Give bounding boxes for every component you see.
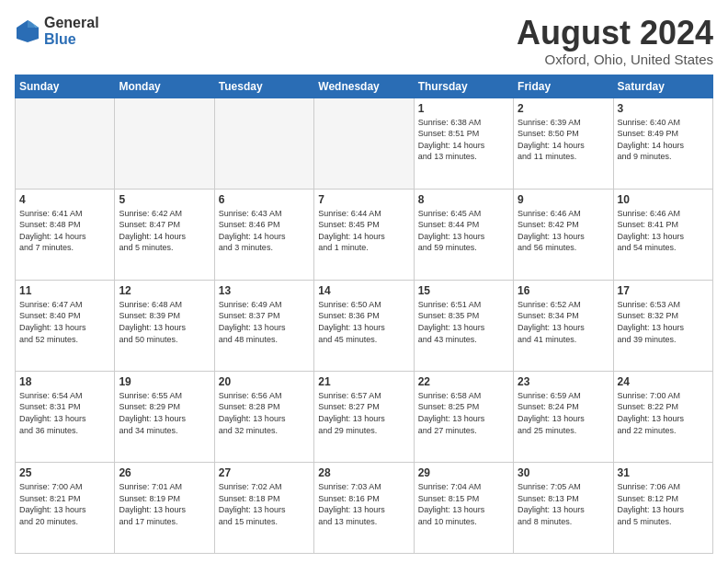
table-row: 10Sunrise: 6:46 AM Sunset: 8:41 PM Dayli… xyxy=(613,189,712,280)
day-number: 9 xyxy=(518,193,609,206)
table-row: 9Sunrise: 6:46 AM Sunset: 8:42 PM Daylig… xyxy=(514,189,613,280)
page: General Blue August 2024 Oxford, Ohio, U… xyxy=(0,0,728,563)
day-info: Sunrise: 6:51 AM Sunset: 8:35 PM Dayligh… xyxy=(418,299,509,345)
day-info: Sunrise: 6:46 AM Sunset: 8:41 PM Dayligh… xyxy=(618,208,709,254)
svg-marker-2 xyxy=(28,20,35,28)
calendar-week-row: 25Sunrise: 7:00 AM Sunset: 8:21 PM Dayli… xyxy=(16,462,713,553)
col-tuesday: Tuesday xyxy=(214,75,313,98)
table-row: 17Sunrise: 6:53 AM Sunset: 8:32 PM Dayli… xyxy=(613,280,712,371)
day-number: 13 xyxy=(219,284,310,297)
day-info: Sunrise: 6:57 AM Sunset: 8:27 PM Dayligh… xyxy=(318,390,409,436)
table-row: 19Sunrise: 6:55 AM Sunset: 8:29 PM Dayli… xyxy=(115,371,214,462)
day-info: Sunrise: 7:00 AM Sunset: 8:21 PM Dayligh… xyxy=(19,481,110,527)
logo-text: General Blue xyxy=(44,15,99,47)
day-info: Sunrise: 7:04 AM Sunset: 8:15 PM Dayligh… xyxy=(418,481,509,527)
table-row: 15Sunrise: 6:51 AM Sunset: 8:35 PM Dayli… xyxy=(414,280,513,371)
day-info: Sunrise: 6:54 AM Sunset: 8:31 PM Dayligh… xyxy=(19,390,110,436)
day-number: 28 xyxy=(318,466,409,479)
table-row: 1Sunrise: 6:38 AM Sunset: 8:51 PM Daylig… xyxy=(414,98,513,189)
day-number: 1 xyxy=(418,102,509,115)
table-row: 26Sunrise: 7:01 AM Sunset: 8:19 PM Dayli… xyxy=(115,462,214,553)
day-info: Sunrise: 7:01 AM Sunset: 8:19 PM Dayligh… xyxy=(119,481,210,527)
day-info: Sunrise: 6:56 AM Sunset: 8:28 PM Dayligh… xyxy=(219,390,310,436)
day-number: 8 xyxy=(418,193,509,206)
calendar-header-row: Sunday Monday Tuesday Wednesday Thursday… xyxy=(16,75,713,98)
day-number: 18 xyxy=(19,375,110,388)
table-row: 23Sunrise: 6:59 AM Sunset: 8:24 PM Dayli… xyxy=(514,371,613,462)
table-row: 27Sunrise: 7:02 AM Sunset: 8:18 PM Dayli… xyxy=(214,462,313,553)
header: General Blue August 2024 Oxford, Ohio, U… xyxy=(15,15,713,67)
day-info: Sunrise: 6:43 AM Sunset: 8:46 PM Dayligh… xyxy=(219,208,310,254)
day-number: 3 xyxy=(618,102,709,115)
table-row: 2Sunrise: 6:39 AM Sunset: 8:50 PM Daylig… xyxy=(514,98,613,189)
col-saturday: Saturday xyxy=(613,75,712,98)
calendar-table: Sunday Monday Tuesday Wednesday Thursday… xyxy=(15,75,713,554)
day-info: Sunrise: 7:02 AM Sunset: 8:18 PM Dayligh… xyxy=(219,481,310,527)
day-number: 27 xyxy=(219,466,310,479)
day-number: 11 xyxy=(19,284,110,297)
table-row: 5Sunrise: 6:42 AM Sunset: 8:47 PM Daylig… xyxy=(115,189,214,280)
table-row: 30Sunrise: 7:05 AM Sunset: 8:13 PM Dayli… xyxy=(514,462,613,553)
day-info: Sunrise: 6:38 AM Sunset: 8:51 PM Dayligh… xyxy=(418,117,509,163)
day-number: 21 xyxy=(318,375,409,388)
day-number: 31 xyxy=(618,466,709,479)
logo-icon xyxy=(15,18,40,44)
table-row: 12Sunrise: 6:48 AM Sunset: 8:39 PM Dayli… xyxy=(115,280,214,371)
table-row: 4Sunrise: 6:41 AM Sunset: 8:48 PM Daylig… xyxy=(16,189,115,280)
day-info: Sunrise: 6:48 AM Sunset: 8:39 PM Dayligh… xyxy=(119,299,210,345)
col-monday: Monday xyxy=(115,75,214,98)
calendar-week-row: 4Sunrise: 6:41 AM Sunset: 8:48 PM Daylig… xyxy=(16,189,713,280)
table-row: 16Sunrise: 6:52 AM Sunset: 8:34 PM Dayli… xyxy=(514,280,613,371)
day-info: Sunrise: 6:41 AM Sunset: 8:48 PM Dayligh… xyxy=(19,208,110,254)
day-number: 16 xyxy=(518,284,609,297)
col-sunday: Sunday xyxy=(16,75,115,98)
logo-blue: Blue xyxy=(44,31,99,48)
day-number: 5 xyxy=(119,193,210,206)
calendar-week-row: 11Sunrise: 6:47 AM Sunset: 8:40 PM Dayli… xyxy=(16,280,713,371)
day-info: Sunrise: 6:45 AM Sunset: 8:44 PM Dayligh… xyxy=(418,208,509,254)
table-row: 24Sunrise: 7:00 AM Sunset: 8:22 PM Dayli… xyxy=(613,371,712,462)
table-row: 31Sunrise: 7:06 AM Sunset: 8:12 PM Dayli… xyxy=(613,462,712,553)
day-info: Sunrise: 6:53 AM Sunset: 8:32 PM Dayligh… xyxy=(618,299,709,345)
day-number: 23 xyxy=(518,375,609,388)
table-row: 11Sunrise: 6:47 AM Sunset: 8:40 PM Dayli… xyxy=(16,280,115,371)
day-number: 19 xyxy=(119,375,210,388)
table-row: 6Sunrise: 6:43 AM Sunset: 8:46 PM Daylig… xyxy=(214,189,313,280)
day-number: 17 xyxy=(618,284,709,297)
title-location: Oxford, Ohio, United States xyxy=(517,52,713,67)
table-row: 28Sunrise: 7:03 AM Sunset: 8:16 PM Dayli… xyxy=(314,462,414,553)
day-info: Sunrise: 6:59 AM Sunset: 8:24 PM Dayligh… xyxy=(518,390,609,436)
table-row: 21Sunrise: 6:57 AM Sunset: 8:27 PM Dayli… xyxy=(314,371,414,462)
day-info: Sunrise: 6:52 AM Sunset: 8:34 PM Dayligh… xyxy=(518,299,609,345)
table-row: 14Sunrise: 6:50 AM Sunset: 8:36 PM Dayli… xyxy=(314,280,414,371)
day-number: 14 xyxy=(318,284,409,297)
calendar-week-row: 1Sunrise: 6:38 AM Sunset: 8:51 PM Daylig… xyxy=(16,98,713,189)
day-info: Sunrise: 7:05 AM Sunset: 8:13 PM Dayligh… xyxy=(518,481,609,527)
day-info: Sunrise: 7:03 AM Sunset: 8:16 PM Dayligh… xyxy=(318,481,409,527)
day-number: 12 xyxy=(119,284,210,297)
col-friday: Friday xyxy=(514,75,613,98)
table-row xyxy=(314,98,414,189)
day-number: 7 xyxy=(318,193,409,206)
day-info: Sunrise: 6:50 AM Sunset: 8:36 PM Dayligh… xyxy=(318,299,409,345)
day-number: 22 xyxy=(418,375,509,388)
table-row: 20Sunrise: 6:56 AM Sunset: 8:28 PM Dayli… xyxy=(214,371,313,462)
day-info: Sunrise: 6:40 AM Sunset: 8:49 PM Dayligh… xyxy=(618,117,709,163)
day-info: Sunrise: 6:58 AM Sunset: 8:25 PM Dayligh… xyxy=(418,390,509,436)
table-row: 7Sunrise: 6:44 AM Sunset: 8:45 PM Daylig… xyxy=(314,189,414,280)
title-block: August 2024 Oxford, Ohio, United States xyxy=(517,15,713,67)
day-number: 4 xyxy=(19,193,110,206)
table-row: 13Sunrise: 6:49 AM Sunset: 8:37 PM Dayli… xyxy=(214,280,313,371)
table-row: 3Sunrise: 6:40 AM Sunset: 8:49 PM Daylig… xyxy=(613,98,712,189)
day-info: Sunrise: 6:44 AM Sunset: 8:45 PM Dayligh… xyxy=(318,208,409,254)
day-info: Sunrise: 7:06 AM Sunset: 8:12 PM Dayligh… xyxy=(618,481,709,527)
calendar-week-row: 18Sunrise: 6:54 AM Sunset: 8:31 PM Dayli… xyxy=(16,371,713,462)
table-row: 25Sunrise: 7:00 AM Sunset: 8:21 PM Dayli… xyxy=(16,462,115,553)
table-row xyxy=(214,98,313,189)
day-number: 29 xyxy=(418,466,509,479)
table-row: 22Sunrise: 6:58 AM Sunset: 8:25 PM Dayli… xyxy=(414,371,513,462)
day-info: Sunrise: 6:46 AM Sunset: 8:42 PM Dayligh… xyxy=(518,208,609,254)
table-row xyxy=(115,98,214,189)
logo: General Blue xyxy=(15,15,99,47)
day-number: 25 xyxy=(19,466,110,479)
